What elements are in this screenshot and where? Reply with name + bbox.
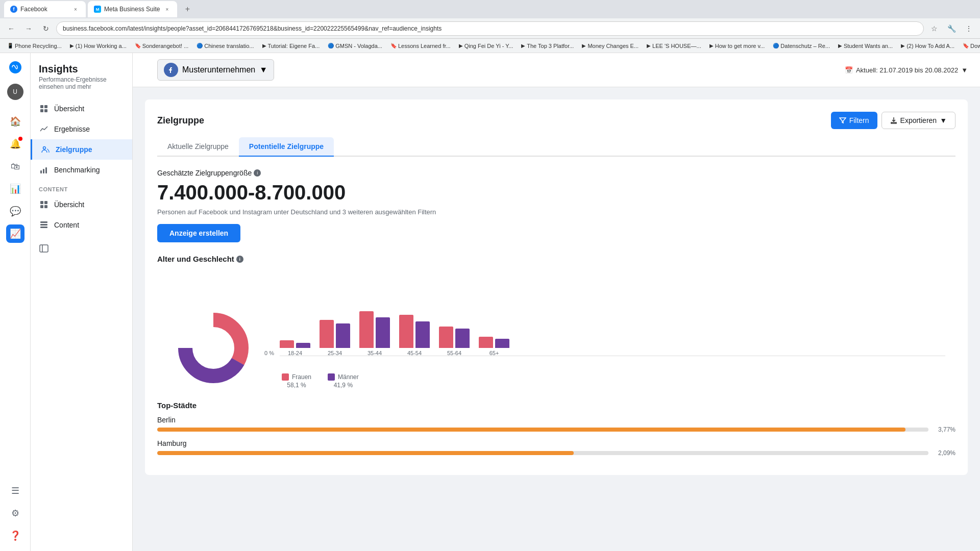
tab-close-facebook[interactable]: ×	[71, 5, 80, 13]
city-hamburg-name: Hamburg	[157, 439, 955, 447]
sidebar-store-icon[interactable]: 🛍	[6, 157, 24, 176]
address-bar[interactable]: business.facebook.com/latest/insights/pe…	[56, 21, 924, 36]
nav-item-ubersicht[interactable]: Übersicht	[31, 98, 132, 119]
bar-group-18-24: 18-24	[280, 340, 310, 356]
legend-frauen-pct: 58,1 %	[287, 382, 306, 389]
legend-maenner-label: Männer	[338, 373, 359, 381]
business-avatar	[164, 63, 178, 77]
nav-sidebar: Insights Performance-Ergebnisse einsehen…	[31, 53, 133, 551]
sidebar-settings-icon[interactable]: ⚙	[6, 504, 24, 522]
bookmark-button[interactable]: ☆	[927, 21, 941, 36]
sidebar-insights-icon[interactable]: 📈	[6, 224, 24, 243]
svg-rect-8	[40, 201, 43, 204]
bookmark-gmsn[interactable]: 🔵GMSN - Volagda...	[325, 42, 385, 50]
bookmark-datenschutz[interactable]: 🔵Datenschutz – Re...	[770, 42, 833, 50]
bookmark-phone-recycling[interactable]: 📱Phone Recycling...	[4, 42, 65, 50]
bookmark-how-working[interactable]: ▶(1) How Working a...	[67, 42, 130, 50]
sidebar-notification-icon[interactable]: 🔔	[6, 135, 24, 153]
reload-button[interactable]: ↻	[39, 21, 53, 36]
estimated-value: 7.400.000-8.700.000	[157, 181, 955, 204]
bookmarks-bar: 📱Phone Recycling... ▶(1) How Working a..…	[0, 39, 980, 53]
business-selector[interactable]: Musterunternehmen ▼	[157, 59, 274, 81]
legend-maenner-color	[328, 373, 335, 381]
tab-meta-business[interactable]: M Meta Business Suite ×	[88, 1, 177, 17]
nav-benchmarking-icon	[39, 165, 49, 175]
estimated-info-icon[interactable]: i	[254, 169, 261, 177]
bar-group-45-54: 45-54	[399, 315, 430, 356]
legend-frauen-color	[282, 373, 289, 381]
tab-facebook[interactable]: f Facebook ×	[4, 1, 86, 17]
svg-rect-11	[44, 205, 47, 208]
nav-zielgruppe-icon	[40, 144, 51, 155]
city-hamburg-pct: 2,09%	[933, 449, 955, 457]
nav-item-zielgruppe[interactable]: Zielgruppe	[31, 139, 132, 160]
svg-rect-2	[40, 109, 43, 112]
nav-item-content[interactable]: Content	[31, 215, 132, 235]
tab-close-meta[interactable]: ×	[163, 5, 171, 13]
nav-item-ergebnisse[interactable]: Ergebnisse	[31, 119, 132, 139]
new-tab-button[interactable]: +	[181, 3, 193, 15]
main-content: Musterunternehmen ▼ 📅 Aktuell: 21.07.201…	[133, 53, 980, 551]
nav-item-content-ubersicht[interactable]: Übersicht	[31, 194, 132, 215]
bookmark-money[interactable]: ▶Money Changes E...	[579, 42, 642, 50]
menu-button[interactable]: ⋮	[962, 21, 976, 36]
bookmark-top3[interactable]: ▶The Top 3 Platfor...	[518, 42, 577, 50]
tab-meta-business-label: Meta Business Suite	[104, 6, 160, 13]
meta-logo	[7, 59, 23, 76]
bookmark-lee-house[interactable]: ▶LEE 'S HOUSE—...	[644, 42, 704, 50]
date-range-selector[interactable]: 📅 Aktuell: 21.07.2019 bis 20.08.2022 ▼	[845, 66, 968, 74]
sidebar-toggle[interactable]	[31, 235, 132, 262]
dropdown-arrow: ▼	[259, 65, 267, 74]
chart-legend: Frauen 58,1 % Männer 41,9 %	[280, 373, 945, 389]
bar-frauen-55-64	[439, 327, 453, 348]
sidebar-inbox-icon[interactable]: 💬	[6, 202, 24, 220]
y-axis-zero: 0 %	[264, 350, 274, 356]
bookmark-chinese[interactable]: 🔵Chinese translatio...	[193, 42, 257, 50]
sidebar-ads-icon[interactable]: 📊	[6, 180, 24, 198]
bookmark-how-more[interactable]: ▶How to get more v...	[706, 42, 768, 50]
nav-item-benchmarking[interactable]: Benchmarking	[31, 160, 132, 180]
insights-header: Insights Performance-Ergebnisse einsehen…	[31, 63, 132, 98]
export-button[interactable]: Exportieren ▼	[881, 112, 955, 129]
browser-chrome: f Facebook × M Meta Business Suite × +	[0, 0, 980, 18]
age-gender-info-icon[interactable]: i	[236, 256, 243, 263]
sidebar-menu-icon[interactable]: ☰	[6, 482, 24, 500]
bar-maenner-55-64	[455, 329, 470, 348]
user-avatar[interactable]: U	[7, 84, 23, 100]
nav-content-ubersicht-label: Übersicht	[54, 201, 84, 209]
tab-aktuelle[interactable]: Aktuelle Zielgruppe	[157, 137, 239, 157]
url-text: business.facebook.com/latest/insights/pe…	[63, 25, 442, 32]
bookmark-how-to-add[interactable]: ▶(2) How To Add A...	[898, 42, 958, 50]
chart-area: 0 % 18-24	[157, 269, 955, 389]
bookmark-sonderangebot[interactable]: 🔖Sonderangebot! ...	[132, 42, 192, 50]
city-berlin-bar-bg	[157, 428, 928, 432]
bookmark-qing[interactable]: ▶Qing Fei De Yi - Y...	[456, 42, 517, 50]
forward-button[interactable]: →	[21, 21, 36, 36]
create-ad-button[interactable]: Anzeige erstellen	[157, 224, 240, 242]
bookmark-lessons[interactable]: 🔖Lessons Learned fr...	[387, 42, 454, 50]
legend-frauen: Frauen 58,1 %	[282, 373, 311, 389]
content-section-label: Content	[31, 180, 132, 194]
nav-benchmarking-label: Benchmarking	[54, 166, 100, 174]
filter-button[interactable]: Filtern	[831, 112, 877, 129]
tab-facebook-label: Facebook	[20, 6, 47, 13]
bookmark-download[interactable]: 🔖Download - Cook...	[960, 42, 980, 50]
sidebar-home-icon[interactable]: 🏠	[6, 112, 24, 131]
tab-potenzielle[interactable]: Potentielle Zielgruppe	[239, 137, 334, 157]
top-cities-title: Top-Städte	[157, 401, 955, 410]
back-button[interactable]: ←	[4, 21, 18, 36]
bar-frauen-18-24	[280, 340, 294, 348]
sidebar-help-icon[interactable]: ❓	[6, 527, 24, 545]
insights-title: Insights	[39, 63, 124, 75]
bars-container: 0 % 18-24	[280, 269, 945, 371]
tabs-row: Aktuelle Zielgruppe Potentielle Zielgrup…	[157, 137, 955, 157]
bookmark-tutorial[interactable]: ▶Tutorial: Eigene Fa...	[259, 42, 323, 50]
extensions-button[interactable]: 🔧	[944, 21, 959, 36]
svg-rect-3	[44, 109, 47, 112]
city-row-berlin: Berlin 3,77%	[157, 416, 955, 433]
nav-content-ubersicht-icon	[39, 199, 49, 210]
top-header: Musterunternehmen ▼ 📅 Aktuell: 21.07.201…	[133, 53, 980, 87]
bookmark-student[interactable]: ▶Student Wants an...	[835, 42, 896, 50]
svg-rect-7	[45, 167, 47, 173]
svg-rect-15	[40, 245, 48, 252]
